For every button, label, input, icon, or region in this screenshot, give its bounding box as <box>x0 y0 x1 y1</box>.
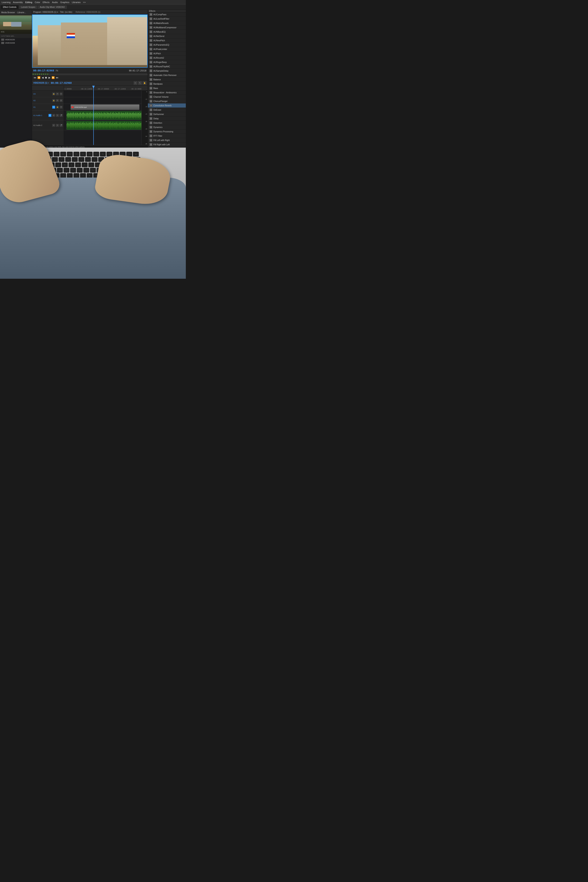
track-eye-v2[interactable]: 👁 <box>56 99 59 102</box>
track-solo-a2[interactable]: S <box>56 124 59 127</box>
tool-select[interactable]: ↖ <box>138 81 142 85</box>
effect-auroundtripaac[interactable]: ⊞ AURoundTripAAC <box>148 64 186 69</box>
key-f8[interactable]: F8 <box>100 152 106 156</box>
tab-audio-mixer[interactable]: Audio Clip Mixer: VIDEO02 <box>38 5 67 9</box>
effect-bass[interactable]: ⊞ Bass <box>148 86 186 90</box>
menu-editing[interactable]: Editing <box>26 1 32 3</box>
track-mic-a2[interactable]: 🎤 <box>60 124 63 127</box>
key-w[interactable]: W <box>62 162 68 167</box>
key-f1[interactable]: F1 <box>54 152 60 156</box>
key-f4[interactable]: F4 <box>74 152 79 156</box>
effect-fillleft[interactable]: ⊞ Fill Left with Right <box>148 138 186 142</box>
effect-distortion[interactable]: ⊞ Distortion <box>148 121 186 125</box>
key-e[interactable]: E <box>69 162 74 167</box>
key-5[interactable]: 5 <box>78 157 84 162</box>
key-s[interactable]: S <box>64 168 69 172</box>
menu-effects[interactable]: Effects <box>42 1 50 3</box>
effect-aunetsend[interactable]: ⊞ AUNetSend <box>148 34 186 38</box>
effect-delay[interactable]: ⊞ Delay <box>148 117 186 121</box>
menu-assembly[interactable]: Assembly <box>13 1 23 3</box>
key-4[interactable]: 4 <box>72 157 78 162</box>
key-f2[interactable]: F2 <box>60 152 66 156</box>
key-6[interactable]: 6 <box>85 157 91 162</box>
key-g[interactable]: G <box>83 168 89 172</box>
effect-deesser[interactable]: ⊞ DeEsser <box>148 108 186 112</box>
menu-audio[interactable]: Audio <box>52 1 58 3</box>
effect-aupeaklimiter[interactable]: ⊞ AUPeakLimiter <box>148 47 186 51</box>
audio-clip-a2[interactable] <box>66 121 144 130</box>
key-c[interactable]: C <box>74 173 79 178</box>
btn-step-back[interactable]: ⏪ <box>38 76 40 79</box>
menu-color[interactable]: Color <box>34 1 40 3</box>
key-b[interactable]: B <box>87 173 93 178</box>
effect-balance[interactable]: ⊞ Balance <box>148 77 186 82</box>
tab-lumetri[interactable]: Lumetri Scopes <box>19 5 37 9</box>
btn-play[interactable]: ▶ <box>48 76 50 79</box>
media-item-1[interactable]: VIDEO0235 <box>0 38 32 41</box>
key-7[interactable]: 7 <box>92 157 98 162</box>
effect-aunewpitch[interactable]: ⊞ AUNewPitch <box>148 38 186 43</box>
key-f[interactable]: F <box>77 168 82 172</box>
btn-play-back[interactable]: ◀ <box>42 76 44 79</box>
track-target-a1[interactable]: A1 <box>48 114 51 117</box>
effect-binauralizer[interactable]: ⊞ Binauralizer - Ambisonics <box>148 90 186 95</box>
effect-convolutionreverb[interactable]: ⊞ Convolution Reverb <box>148 104 186 108</box>
menu-learning[interactable]: Learning <box>2 1 10 3</box>
effect-channelvolume[interactable]: ⊞ Channel Volume <box>148 95 186 99</box>
track-mic-a1[interactable]: 🎤 <box>60 114 63 117</box>
track-target-v1[interactable]: V1 <box>52 106 55 109</box>
key-3[interactable]: 3 <box>65 157 71 162</box>
effect-aulowshelf[interactable]: ⊞ AULowShelfFilter <box>148 17 186 21</box>
key-f6[interactable]: F6 <box>87 152 93 156</box>
effect-ausampledelay[interactable]: ⊞ AUSampleDelay <box>148 69 186 73</box>
key-r[interactable]: R <box>75 162 81 167</box>
key-y[interactable]: Y <box>88 162 94 167</box>
effect-aumatrixreverb[interactable]: ⊞ AUMatrixReverb <box>148 21 186 26</box>
effect-aureverb2[interactable]: ⊞ AUReverb2 <box>148 56 186 60</box>
effect-autoclickremover[interactable]: ⊞ Automatic Click Remover <box>148 73 186 77</box>
btn-go-end[interactable]: ⏭ <box>56 76 58 79</box>
media-item-2[interactable]: VIDEO0258 <box>0 41 32 45</box>
track-eye-v3[interactable]: 👁 <box>56 93 59 95</box>
track-mute-v3[interactable]: M <box>60 93 63 95</box>
menu-libraries[interactable]: Libraries <box>72 1 81 3</box>
effect-fillright[interactable]: ⊞ Fill Right with Left <box>148 142 186 147</box>
menu-graphics[interactable]: Graphics <box>60 1 69 3</box>
effects-panel[interactable]: Effects ⊞ AUCompPass ⊞ AULowShelfFilter … <box>148 10 186 148</box>
btn-stop[interactable]: ⏹ <box>45 76 47 79</box>
key-v[interactable]: V <box>80 173 86 178</box>
track-lock-v3[interactable]: 🔒 <box>52 93 55 95</box>
effect-dynamicsprocessing[interactable]: ⊞ Dynamics Processing <box>148 129 186 134</box>
effect-aunbandeq[interactable]: ⊞ AUNBandEQ <box>148 30 186 34</box>
tab-effect-controls[interactable]: Effect Controls <box>1 5 18 9</box>
key-z[interactable]: Z <box>60 173 66 178</box>
effect-aumultiband[interactable]: ⊞ AUMultibandCompressor <box>148 26 186 30</box>
key-power[interactable]: ⏻ <box>133 152 139 156</box>
key-h[interactable]: H <box>90 168 96 172</box>
key-2[interactable]: 2 <box>58 157 64 162</box>
effect-aucomppass[interactable]: ⊞ AUCompPass <box>148 12 186 17</box>
key-q[interactable]: Q <box>56 162 61 167</box>
track-solo-a1[interactable]: S <box>56 114 59 117</box>
track-lock-v1[interactable]: 🔒 <box>56 106 59 109</box>
effect-auparametriceq[interactable]: ⊞ AUParametricEQ <box>148 43 186 47</box>
media-thumbnail[interactable]: 4:01 <box>0 15 32 34</box>
key-f3[interactable]: F3 <box>67 152 73 156</box>
track-eye-v1[interactable]: 👁 <box>60 106 63 109</box>
key-f12[interactable]: F12 <box>126 152 132 156</box>
menu-more[interactable]: >> <box>83 1 86 3</box>
key-a[interactable]: A <box>57 168 63 172</box>
key-t[interactable]: T <box>82 162 87 167</box>
key-x[interactable]: X <box>67 173 73 178</box>
track-lock-v2[interactable]: 🔒 <box>52 99 55 102</box>
effect-bandpass[interactable]: ⊞ Bandpass <box>148 82 186 86</box>
tool-hand[interactable]: ✋ <box>142 81 146 85</box>
btn-step-fwd[interactable]: ⏩ <box>52 76 55 79</box>
effect-aupitch[interactable]: ⊞ AUPitch <box>148 51 186 56</box>
key-f7[interactable]: F7 <box>93 152 99 156</box>
track-mute-v2[interactable]: M <box>60 99 63 102</box>
effect-aurogerbeep[interactable]: ⊞ AURogerBeep <box>148 60 186 64</box>
key-1[interactable]: 1 <box>52 157 58 162</box>
timeline-ruler[interactable]: 5:00000 00:16:22050 00:17:00000 00:17:22… <box>64 86 148 91</box>
effect-dehummer[interactable]: ⊞ DeHummer <box>148 112 186 117</box>
